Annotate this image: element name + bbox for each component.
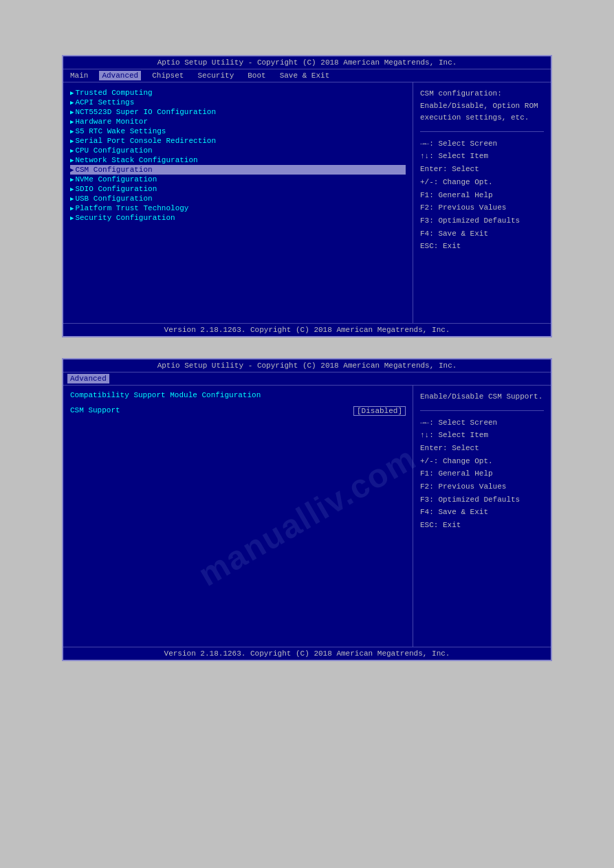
config-row-csm: CSM Support [Disabled] xyxy=(70,405,406,417)
footer-bar-2: Version 2.18.1263. Copyright (C) 2018 Am… xyxy=(63,647,551,660)
right-panel-2: Enable/Disable CSM Support. →←: Select S… xyxy=(413,386,551,647)
menu-hardware-monitor[interactable]: Hardware Monitor xyxy=(70,117,406,126)
key-f2-2: F2: Previous Values xyxy=(420,480,544,493)
menu-nvme-config[interactable]: NVMe Configuration xyxy=(70,175,406,184)
key-select-item-2: ↑↓: Select Item xyxy=(420,429,544,442)
key-select-screen-1: →←: Select Screen xyxy=(420,137,544,151)
nav-chipset[interactable]: Chipset xyxy=(149,71,186,80)
key-f2-1: F2: Previous Values xyxy=(420,201,544,214)
nav-main[interactable]: Main xyxy=(67,71,91,80)
section-title-2: Compatibility Support Module Configurati… xyxy=(70,391,406,399)
key-esc-1: ESC: Exit xyxy=(420,240,544,253)
left-panel-2: Compatibility Support Module Configurati… xyxy=(63,386,413,647)
help-text-1: CSM configuration: Enable/Disable, Optio… xyxy=(420,88,544,124)
key-f1-2: F1: General Help xyxy=(420,467,544,480)
key-f3-2: F3: Optimized Defaults xyxy=(420,493,544,507)
key-help-1: →←: Select Screen ↑↓: Select Item Enter:… xyxy=(420,131,544,253)
key-help-2: →←: Select Screen ↑↓: Select Item Enter:… xyxy=(420,410,544,532)
key-f1-1: F1: General Help xyxy=(420,189,544,202)
menu-serial-port[interactable]: Serial Port Console Redirection xyxy=(70,136,406,146)
bios-screen-2: Aptio Setup Utility - Copyright (C) 2018… xyxy=(62,358,552,661)
key-f3-1: F3: Optimized Defaults xyxy=(420,214,544,227)
nav-bar-2: Advanced xyxy=(63,372,551,386)
title-bar-1: Aptio Setup Utility - Copyright (C) 2018… xyxy=(63,56,551,69)
menu-network-stack[interactable]: Network Stack Configuration xyxy=(70,155,406,165)
right-panel-1: CSM configuration: Enable/Disable, Optio… xyxy=(413,82,551,323)
key-enter-1: Enter: Select xyxy=(420,163,544,176)
footer-text-1: Version 2.18.1263. Copyright (C) 2018 Am… xyxy=(164,326,450,334)
key-change-1: +/-: Change Opt. xyxy=(420,176,544,189)
menu-sdio-config[interactable]: SDIO Configuration xyxy=(70,184,406,194)
menu-security-config[interactable]: Security Configuration xyxy=(70,213,406,223)
menu-platform-trust[interactable]: Platform Trust Technology xyxy=(70,203,406,213)
menu-acpi-settings[interactable]: ACPI Settings xyxy=(70,98,406,107)
nav-advanced[interactable]: Advanced xyxy=(99,71,141,80)
title-text-1: Aptio Setup Utility - Copyright (C) 2018… xyxy=(157,58,457,67)
key-f4-1: F4: Save & Exit xyxy=(420,227,544,241)
menu-csm-config[interactable]: CSM Configuration xyxy=(70,165,406,175)
menu-trusted-computing[interactable]: Trusted Computing xyxy=(70,88,406,98)
key-f4-2: F4: Save & Exit xyxy=(420,506,544,519)
title-text-2: Aptio Setup Utility - Copyright (C) 2018… xyxy=(157,361,457,370)
key-enter-2: Enter: Select xyxy=(420,442,544,455)
key-select-item-1: ↑↓: Select Item xyxy=(420,150,544,163)
nav-save-exit[interactable]: Save & Exit xyxy=(277,71,333,80)
bios-screen-1: Aptio Setup Utility - Copyright (C) 2018… xyxy=(62,55,552,337)
nav-security[interactable]: Security xyxy=(195,71,237,80)
title-bar-2: Aptio Setup Utility - Copyright (C) 2018… xyxy=(63,359,551,372)
help-text-2: Enable/Disable CSM Support. xyxy=(420,391,544,403)
footer-bar-1: Version 2.18.1263. Copyright (C) 2018 Am… xyxy=(63,323,551,336)
key-esc-2: ESC: Exit xyxy=(420,519,544,532)
content-area-2: manualliv.com Compatibility Support Modu… xyxy=(63,386,551,647)
csm-value[interactable]: [Disabled] xyxy=(353,406,406,416)
menu-cpu-config[interactable]: CPU Configuration xyxy=(70,146,406,155)
key-select-screen-2: →←: Select Screen xyxy=(420,416,544,430)
left-panel-1: Trusted Computing ACPI Settings NCT5523D… xyxy=(63,82,413,323)
menu-s5-rtc[interactable]: S5 RTC Wake Settings xyxy=(70,126,406,136)
nav-advanced-2[interactable]: Advanced xyxy=(67,374,109,383)
key-change-2: +/-: Change Opt. xyxy=(420,455,544,468)
csm-label[interactable]: CSM Support xyxy=(70,406,120,416)
menu-usb-config[interactable]: USB Configuration xyxy=(70,194,406,203)
content-area-1: Trusted Computing ACPI Settings NCT5523D… xyxy=(63,82,551,323)
menu-nct5523d[interactable]: NCT5523D Super IO Configuration xyxy=(70,107,406,117)
footer-text-2: Version 2.18.1263. Copyright (C) 2018 Am… xyxy=(164,649,450,658)
nav-boot[interactable]: Boot xyxy=(245,71,268,80)
nav-bar-1: Main Advanced Chipset Security Boot Save… xyxy=(63,69,551,82)
